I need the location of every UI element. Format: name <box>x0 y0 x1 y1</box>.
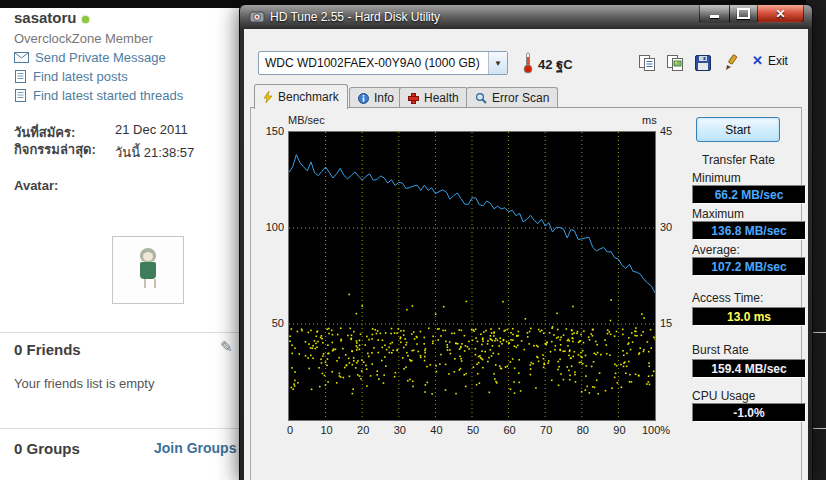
avatar-image <box>112 236 184 304</box>
drive-select[interactable]: WDC WD1002FAEX-00Y9A0 (1000 GB) ▼ <box>258 51 508 75</box>
benchmark-icon <box>263 91 273 103</box>
x-tick-label: 20 <box>349 424 377 436</box>
x-tick-label: 40 <box>422 424 450 436</box>
axis-tick-label: 50 <box>258 317 284 329</box>
benchmark-chart <box>288 131 656 421</box>
paintbrush-icon <box>722 54 740 72</box>
exit-label: Exit <box>768 54 788 68</box>
minimize-button[interactable] <box>699 5 730 23</box>
x-tick-label: 0 <box>276 424 304 436</box>
send-pm-label: Send Private Message <box>35 50 166 65</box>
find-threads-label: Find latest started threads <box>33 88 183 103</box>
average-label: Average: <box>692 243 740 257</box>
info-icon <box>358 93 369 104</box>
maximize-icon <box>737 8 750 19</box>
window-client-area: WDC WD1002FAEX-00Y9A0 (1000 GB) ▼ 42 ฐC <box>244 29 808 480</box>
axis-tick-label: 100 <box>258 221 284 233</box>
join-date-value: 21 Dec 2011 <box>115 122 188 137</box>
x-tick-label: 10 <box>313 424 341 436</box>
copy-image-button[interactable] <box>662 50 688 76</box>
tab-benchmark[interactable]: Benchmark <box>254 84 348 109</box>
save-button[interactable] <box>690 50 716 76</box>
document-icon <box>14 89 27 102</box>
average-value: 107.2 MB/sec <box>692 257 806 276</box>
x-tick-label: 60 <box>496 424 524 436</box>
tab-info-label: Info <box>374 91 394 105</box>
x-tick-label: 80 <box>569 424 597 436</box>
find-latest-threads-link[interactable]: Find latest started threads <box>14 88 183 103</box>
temperature-value: 42 ฐC <box>538 54 573 75</box>
tab-info[interactable]: Info <box>349 87 403 108</box>
floppy-disk-icon <box>694 54 712 72</box>
axis-tick-label: 150 <box>258 125 284 137</box>
minimum-label: Minimum <box>692 171 741 185</box>
left-axis-title: MB/sec <box>288 114 325 126</box>
copy-image-icon <box>666 54 684 72</box>
axis-tick-label: 15 <box>660 317 672 329</box>
send-private-message-link[interactable]: Send Private Message <box>14 50 166 65</box>
minimize-icon <box>710 15 719 18</box>
join-groups-link[interactable]: Join Groups <box>154 440 236 456</box>
right-axis-title: ms <box>642 114 657 126</box>
maximum-label: Maximum <box>692 207 744 221</box>
friends-header: 0 Friends <box>14 341 81 358</box>
drive-select-value: WDC WD1002FAEX-00Y9A0 (1000 GB) <box>259 56 488 70</box>
x-tick-label: 50 <box>459 424 487 436</box>
minimum-value: 66.2 MB/sec <box>692 185 806 204</box>
close-icon: ✕ <box>775 7 785 21</box>
options-button[interactable] <box>718 50 744 76</box>
tab-error-scan-label: Error Scan <box>492 91 549 105</box>
magnifier-icon <box>475 92 487 104</box>
burst-rate-label: Burst Rate <box>692 343 749 357</box>
start-button[interactable]: Start <box>696 117 780 142</box>
window-controls: ✕ <box>700 5 804 23</box>
transfer-rate-header: Transfer Rate <box>702 153 775 167</box>
member-title: OverclockZone Member <box>14 31 153 46</box>
copy-text-icon <box>638 54 656 72</box>
x-tick-label: 70 <box>532 424 560 436</box>
window-title: HD Tune 2.55 - Hard Disk Utility <box>270 10 440 24</box>
x-tick-label: 30 <box>386 424 414 436</box>
edit-friends-icon[interactable]: ✎ <box>220 338 233 356</box>
cpu-usage-value: -1.0% <box>692 403 806 422</box>
avatar-figure-dress <box>140 262 156 279</box>
screen: sasatoru OverclockZone Member Send Priva… <box>0 0 826 480</box>
access-time-value: 13.0 ms <box>692 307 806 326</box>
exit-button[interactable]: ✕ Exit <box>752 53 788 68</box>
tab-error-scan[interactable]: Error Scan <box>466 87 558 108</box>
username-text: sasatoru <box>14 9 77 26</box>
axis-tick-label: 30 <box>660 221 672 233</box>
hdtune-app-icon <box>249 9 265 25</box>
copy-text-button[interactable] <box>634 50 660 76</box>
access-time-label: Access Time: <box>692 291 763 305</box>
avatar-figure-legs <box>144 279 156 288</box>
find-latest-posts-link[interactable]: Find latest posts <box>14 69 128 84</box>
profile-username: sasatoru <box>14 9 89 26</box>
health-cross-icon <box>408 93 419 104</box>
avatar-label: Avatar: <box>14 178 58 193</box>
find-posts-label: Find latest posts <box>33 69 128 84</box>
x-tick-label: 90 <box>605 424 633 436</box>
cpu-usage-label: CPU Usage <box>692 389 755 403</box>
x-tick-label: 100% <box>642 424 670 436</box>
online-indicator-icon <box>82 16 89 23</box>
avatar-figure-face <box>143 252 153 261</box>
hdtune-window: HD Tune 2.55 - Hard Disk Utility ✕ WDC W… <box>239 4 813 480</box>
document-icon <box>14 70 27 83</box>
thermometer-icon <box>522 51 534 74</box>
join-date-label: วันที่สมัคร: <box>14 122 75 143</box>
friends-empty-text: Your friends list is empty <box>14 376 154 391</box>
last-activity-label: กิจกรรมล่าสุด: <box>14 142 108 158</box>
close-button[interactable]: ✕ <box>757 5 804 23</box>
titlebar[interactable]: HD Tune 2.55 - Hard Disk Utility ✕ <box>240 5 812 29</box>
chevron-down-icon: ▼ <box>488 52 507 74</box>
exit-x-icon: ✕ <box>752 53 763 68</box>
axis-tick-label: 45 <box>660 125 672 137</box>
last-activity-value: วันนี้ 21:38:57 <box>115 142 194 163</box>
tab-benchmark-label: Benchmark <box>278 90 339 104</box>
tab-health[interactable]: Health <box>399 87 468 108</box>
benchmark-plot-svg <box>289 132 655 420</box>
groups-header: 0 Groups <box>14 440 80 457</box>
tab-health-label: Health <box>424 91 459 105</box>
maximize-button[interactable] <box>729 5 758 23</box>
